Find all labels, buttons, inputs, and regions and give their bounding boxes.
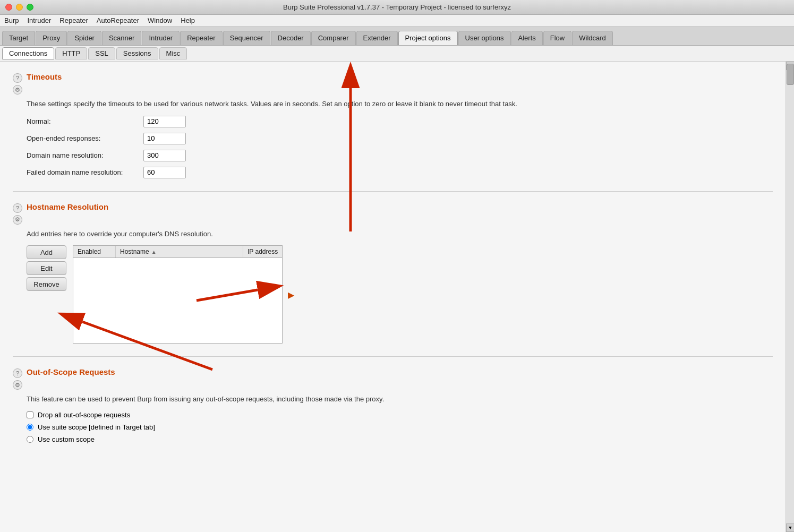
tab-sequencer[interactable]: Sequencer bbox=[223, 31, 270, 45]
use-custom-scope-label: Use custom scope bbox=[38, 435, 95, 443]
out-of-scope-title: Out-of-Scope Requests bbox=[27, 367, 115, 376]
hostname-description: Add entries here to override your comput… bbox=[27, 229, 773, 239]
normal-timeout-label: Normal: bbox=[27, 117, 143, 125]
hostname-header: ? ⚙ Hostname Resolution bbox=[13, 202, 773, 225]
add-button[interactable]: Add bbox=[27, 245, 66, 259]
close-button[interactable] bbox=[5, 4, 12, 11]
timeouts-header: ? ⚙ Timeouts bbox=[13, 72, 773, 95]
window-title: Burp Suite Professional v1.7.37 - Tempor… bbox=[283, 3, 511, 11]
scrollbar-down-arrow[interactable]: ▼ bbox=[786, 524, 794, 532]
maximize-button[interactable] bbox=[27, 4, 33, 11]
tab-scanner[interactable]: Scanner bbox=[102, 31, 141, 45]
sort-asc-icon: ▲ bbox=[151, 249, 157, 255]
failed-dns-timeout-row: Failed domain name resolution: bbox=[27, 167, 773, 178]
out-of-scope-header: ? ⚙ Out-of-Scope Requests bbox=[13, 367, 773, 390]
subtab-http[interactable]: HTTP bbox=[55, 47, 87, 59]
col-ip[interactable]: IP address bbox=[243, 246, 282, 258]
hostname-area: Add Edit Remove Enabled Hostname ▲ bbox=[27, 245, 773, 344]
menu-autorepeater[interactable]: AutoRepeater bbox=[97, 16, 139, 24]
open-ended-timeout-row: Open-ended responses: bbox=[27, 133, 773, 144]
timeouts-title: Timeouts bbox=[27, 72, 62, 81]
menubar: Burp Intruder Repeater AutoRepeater Wind… bbox=[0, 15, 794, 27]
main-content: ? ⚙ Timeouts These settings specify the … bbox=[0, 62, 786, 532]
content-area: ? ⚙ Timeouts These settings specify the … bbox=[0, 62, 794, 532]
menu-burp[interactable]: Burp bbox=[4, 16, 19, 24]
sub-tabs: Connections HTTP SSL Sessions Misc bbox=[0, 46, 794, 62]
table-body bbox=[73, 258, 282, 343]
tab-alerts[interactable]: Alerts bbox=[511, 31, 543, 45]
tab-repeater[interactable]: Repeater bbox=[180, 31, 222, 45]
minimize-button[interactable] bbox=[16, 4, 23, 11]
timeouts-section: ? ⚙ Timeouts These settings specify the … bbox=[13, 72, 773, 178]
edit-button[interactable]: Edit bbox=[27, 261, 66, 275]
use-suite-scope-label: Use suite scope [defined in Target tab] bbox=[38, 423, 155, 431]
hostname-resolution-section: ? ⚙ Hostname Resolution Add entries here… bbox=[13, 202, 773, 344]
menu-help[interactable]: Help bbox=[181, 16, 195, 24]
timeouts-help-icon[interactable]: ? bbox=[13, 73, 22, 83]
dns-timeout-input[interactable] bbox=[143, 150, 186, 161]
subtab-connections[interactable]: Connections bbox=[2, 47, 54, 59]
remove-button[interactable]: Remove bbox=[27, 277, 66, 291]
failed-dns-timeout-label: Failed domain name resolution: bbox=[27, 168, 143, 176]
timeouts-icons: ? ⚙ bbox=[13, 73, 22, 95]
out-of-scope-gear-icon[interactable]: ⚙ bbox=[13, 380, 22, 390]
drop-all-checkbox[interactable] bbox=[27, 411, 33, 418]
hostname-table: Enabled Hostname ▲ IP address bbox=[73, 245, 283, 344]
menu-window[interactable]: Window bbox=[148, 16, 172, 24]
divider-1 bbox=[13, 191, 773, 192]
col-hostname[interactable]: Hostname ▲ bbox=[116, 246, 243, 258]
timeouts-description: These settings specify the timeouts to b… bbox=[27, 99, 773, 109]
divider-2 bbox=[13, 356, 773, 357]
scrollbar-thumb[interactable] bbox=[787, 64, 794, 85]
tab-flow[interactable]: Flow bbox=[543, 31, 571, 45]
subtab-misc[interactable]: Misc bbox=[159, 47, 187, 59]
tab-proxy[interactable]: Proxy bbox=[36, 31, 67, 45]
col-hostname-label: Hostname bbox=[120, 248, 149, 255]
drop-all-row: Drop all out-of-scope requests bbox=[27, 411, 773, 419]
tab-intruder[interactable]: Intruder bbox=[142, 31, 180, 45]
col-enabled-label: Enabled bbox=[78, 248, 101, 255]
tab-spider[interactable]: Spider bbox=[67, 31, 101, 45]
hostname-icons: ? ⚙ bbox=[13, 203, 22, 225]
col-enabled[interactable]: Enabled bbox=[73, 246, 116, 258]
timeouts-gear-icon[interactable]: ⚙ bbox=[13, 85, 22, 95]
hostname-gear-icon[interactable]: ⚙ bbox=[13, 215, 22, 225]
use-custom-scope-row: Use custom scope bbox=[27, 435, 773, 443]
out-of-scope-help-icon[interactable]: ? bbox=[13, 368, 22, 378]
normal-timeout-input[interactable] bbox=[143, 116, 186, 127]
subtab-ssl[interactable]: SSL bbox=[88, 47, 115, 59]
scrollbar-track: ▲ ▼ bbox=[786, 62, 794, 532]
dns-timeout-label: Domain name resolution: bbox=[27, 151, 143, 159]
table-expand-icon[interactable]: ▶ bbox=[288, 289, 294, 299]
menu-intruder[interactable]: Intruder bbox=[27, 16, 51, 24]
drop-all-label: Drop all out-of-scope requests bbox=[38, 411, 130, 419]
out-of-scope-section: ? ⚙ Out-of-Scope Requests This feature c… bbox=[13, 367, 773, 443]
tab-wildcard[interactable]: Wildcard bbox=[572, 31, 613, 45]
tab-comparer[interactable]: Comparer bbox=[311, 31, 356, 45]
out-of-scope-description: This feature can be used to prevent Burp… bbox=[27, 394, 773, 405]
main-tabs: Target Proxy Spider Scanner Intruder Rep… bbox=[0, 27, 794, 46]
traffic-lights[interactable] bbox=[5, 4, 33, 11]
tab-decoder[interactable]: Decoder bbox=[271, 31, 311, 45]
titlebar: Burp Suite Professional v1.7.37 - Tempor… bbox=[0, 0, 794, 15]
hostname-help-icon[interactable]: ? bbox=[13, 203, 22, 213]
hostname-buttons: Add Edit Remove bbox=[27, 245, 66, 291]
dns-timeout-row: Domain name resolution: bbox=[27, 150, 773, 161]
tab-project-options[interactable]: Project options bbox=[398, 31, 458, 45]
failed-dns-timeout-input[interactable] bbox=[143, 167, 186, 178]
use-suite-scope-radio[interactable] bbox=[27, 424, 33, 431]
open-ended-timeout-input[interactable] bbox=[143, 133, 186, 144]
menu-repeater[interactable]: Repeater bbox=[59, 16, 88, 24]
table-header: Enabled Hostname ▲ IP address bbox=[73, 246, 282, 258]
tab-extender[interactable]: Extender bbox=[356, 31, 398, 45]
hostname-title: Hostname Resolution bbox=[27, 202, 108, 211]
open-ended-timeout-label: Open-ended responses: bbox=[27, 134, 143, 142]
subtab-sessions[interactable]: Sessions bbox=[116, 47, 158, 59]
tab-user-options[interactable]: User options bbox=[458, 31, 511, 45]
col-ip-label: IP address bbox=[247, 248, 278, 255]
use-suite-scope-row: Use suite scope [defined in Target tab] bbox=[27, 423, 773, 431]
use-custom-scope-radio[interactable] bbox=[27, 436, 33, 443]
tab-target[interactable]: Target bbox=[2, 31, 35, 45]
normal-timeout-row: Normal: bbox=[27, 116, 773, 127]
out-of-scope-icons: ? ⚙ bbox=[13, 368, 22, 390]
